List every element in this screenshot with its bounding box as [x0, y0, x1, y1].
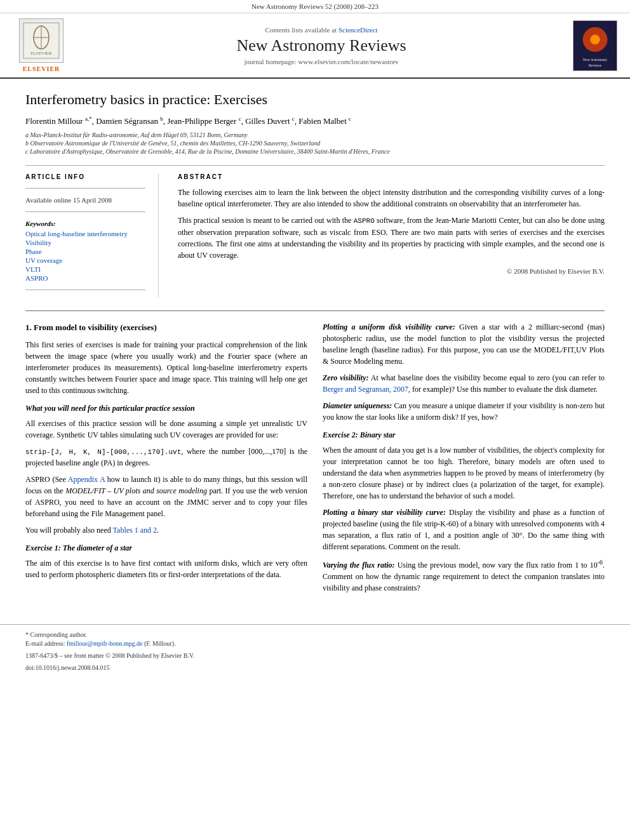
available-online: Available online 15 April 2008 — [25, 196, 145, 204]
keyword-1[interactable]: Optical long-baseline interferometry — [25, 230, 145, 237]
berger-segransan-link[interactable]: Berger and Segransan, 2007 — [323, 385, 408, 394]
svg-text:New Astronomy: New Astronomy — [583, 58, 607, 62]
plotting-uniform-heading: Plotting a uniform disk visibility curve… — [323, 323, 455, 331]
diameter-uniqueness-para: Diameter uniqueness: Can you measure a u… — [323, 400, 605, 423]
copyright-line: © 2008 Published by Elsevier B.V. — [178, 267, 605, 275]
diameter-heading: Diameter uniqueness: — [323, 401, 392, 410]
affiliations: a Max-Planck-Institut für Radio-astronom… — [25, 131, 605, 155]
article-meta-row: ARTICLE INFO Available online 15 April 2… — [25, 173, 605, 298]
sciencedirect-link[interactable]: ScienceDirect — [338, 26, 378, 34]
article-info-divider2 — [25, 211, 145, 212]
article-info-header: ARTICLE INFO — [25, 173, 145, 180]
section1-p1: This first series of exercises is made f… — [25, 339, 307, 396]
keyword-3[interactable]: Phase — [25, 248, 145, 255]
abstract-p2: This practical session is meant to be ca… — [178, 215, 605, 261]
code-line: strip-[J, H, K, N]-[000,...,170].uvt, wh… — [25, 446, 307, 469]
abstract-p1: The following exercises aim to learn the… — [178, 187, 605, 210]
article-info-divider3 — [25, 290, 145, 290]
journal-header-center: Contents lists available at ScienceDirec… — [76, 26, 566, 65]
elsevier-logo: ELSEVIER ELSEVIER — [13, 18, 70, 72]
citation-text: New Astronomy Reviews 52 (2008) 208–223 — [251, 3, 379, 10]
journal-thumbnail: New Astronomy Reviews — [573, 20, 617, 71]
tables-link[interactable]: Tables 1 and 2 — [113, 526, 157, 535]
journal-header: ELSEVIER ELSEVIER Contents lists availab… — [0, 13, 630, 79]
journal-citation: New Astronomy Reviews 52 (2008) 208–223 — [0, 0, 630, 13]
abstract-column: ABSTRACT The following exercises aim to … — [178, 173, 605, 298]
keyword-6[interactable]: ASPRO — [25, 274, 145, 282]
article-content: Interferometry basics in practice: Exerc… — [0, 79, 630, 611]
exercise1-heading: Exercise 1: The diameter of a star — [25, 542, 307, 554]
article-info-divider — [25, 188, 145, 189]
body-right-column: Plotting a uniform disk visibility curve… — [323, 321, 605, 599]
elsevier-brand: ELSEVIER — [23, 65, 60, 72]
section1-heading: 1. From model to visibility (exercises) — [25, 321, 307, 334]
section1-p3: ASPRO (See Appendix A how to launch it) … — [25, 474, 307, 519]
keywords-header: Keywords: — [25, 220, 145, 227]
body-columns: 1. From model to visibility (exercises) … — [25, 321, 605, 599]
abstract-header: ABSTRACT — [178, 173, 605, 180]
email-line: E-mail address: fmillour@mpifr-bonn.mpg.… — [25, 640, 605, 647]
svg-text:Reviews: Reviews — [589, 63, 602, 67]
article-title: Interferometry basics in practice: Exerc… — [25, 91, 605, 108]
journal-homepage: journal homepage: www.elsevier.com/locat… — [76, 58, 566, 65]
keyword-4[interactable]: UV coverage — [25, 257, 145, 264]
footer-doi: doi:10.1016/j.newar.2008.04.015 — [25, 664, 605, 671]
strip-code: strip-[J, H, K, N]-[000,...,170].uvt — [25, 448, 181, 456]
authors-line: Florentin Millour a,*, Damien Ségransan … — [25, 116, 605, 126]
abstract-text: The following exercises aim to learn the… — [178, 187, 605, 261]
keyword-2[interactable]: Visibility — [25, 239, 145, 246]
plotting-binary-heading: Plotting a binary star visibility curve: — [323, 508, 446, 517]
elsevier-logo-box: ELSEVIER — [19, 18, 64, 63]
tables-ref: You will probably also need Tables 1 and… — [25, 524, 307, 536]
corresponding-author-note: * Corresponding author. — [25, 631, 605, 638]
main-body-divider — [25, 310, 605, 311]
plotting-uniform-para: Plotting a uniform disk visibility curve… — [323, 321, 605, 367]
plotting-binary-para: Plotting a binary star visibility curve:… — [323, 507, 605, 552]
zero-visibility-heading: Zero visibility: — [323, 373, 369, 382]
aspro-code: ASPRO — [354, 217, 375, 225]
varying-flux-para: Varying the flux ratio: Using the previo… — [323, 557, 605, 594]
divider-after-affiliations — [25, 165, 605, 166]
author-email-link[interactable]: fmillour@mpifr-bonn.mpg.de — [67, 640, 143, 647]
what-you-need-heading: What you will need for this particular p… — [25, 403, 307, 414]
exercise2-heading: Exercise 2: Binary star — [323, 429, 605, 441]
appendix-a-link[interactable]: Appendix A — [68, 475, 105, 484]
varying-flux-heading: Varying the flux ratio: — [323, 561, 395, 570]
affiliation-b: b Observatoire Astronomique de l'Univers… — [25, 140, 605, 147]
zero-visibility-para: Zero visibility: At what baseline does t… — [323, 372, 605, 395]
exercise2-p1: When the amount of data you get is a low… — [323, 444, 605, 502]
keyword-5[interactable]: VLTI — [25, 265, 145, 273]
superscript-minus6: -6 — [598, 559, 603, 566]
svg-text:ELSEVIER: ELSEVIER — [30, 51, 51, 56]
affiliation-a: a Max-Planck-Institut für Radio-astronom… — [25, 131, 605, 138]
journal-title: New Astronomy Reviews — [76, 36, 566, 55]
exercise1-text: The aim of this exercise is to have firs… — [25, 557, 307, 580]
svg-point-7 — [590, 34, 600, 44]
body-left-column: 1. From model to visibility (exercises) … — [25, 321, 307, 599]
article-footer: * Corresponding author. E-mail address: … — [0, 624, 630, 677]
contents-available-line: Contents lists available at ScienceDirec… — [76, 26, 566, 34]
affiliation-c: c Laboratoire d'Astrophysique, Observato… — [25, 148, 605, 155]
section1-p2: All exercises of this practice session w… — [25, 418, 307, 441]
article-info-column: ARTICLE INFO Available online 15 April 2… — [25, 173, 159, 298]
footer-issn: 1387-6473/$ – see front matter © 2008 Pu… — [25, 652, 605, 659]
modfit-italic: MODEL/FIT – UV plots and source modeling — [65, 486, 207, 495]
